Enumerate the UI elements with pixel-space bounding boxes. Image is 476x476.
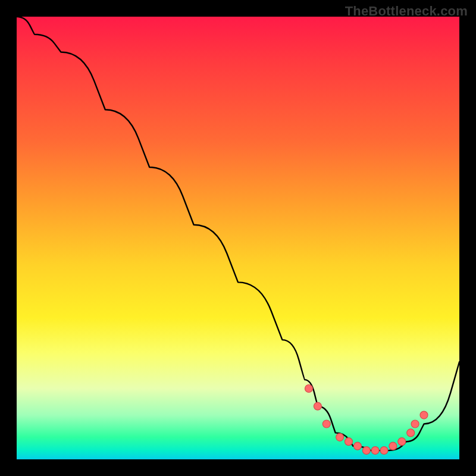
plot-area <box>17 17 459 459</box>
highlight-dot <box>322 420 330 428</box>
curve-svg <box>17 17 459 459</box>
highlight-dot <box>345 438 353 446</box>
highlight-dot <box>380 447 388 455</box>
bottleneck-curve <box>17 17 459 450</box>
highlight-dot <box>420 411 428 419</box>
highlight-dots <box>305 385 428 455</box>
highlight-dot <box>353 442 361 450</box>
chart-frame: TheBottleneck.com <box>0 0 476 476</box>
highlight-dot <box>398 438 406 446</box>
highlight-dot <box>371 447 379 455</box>
highlight-dot <box>411 420 419 428</box>
highlight-dot <box>362 447 370 455</box>
highlight-dot <box>314 402 321 410</box>
highlight-dot <box>336 433 344 441</box>
highlight-dot <box>407 429 415 437</box>
highlight-dot <box>305 385 313 393</box>
highlight-dot <box>389 442 397 450</box>
